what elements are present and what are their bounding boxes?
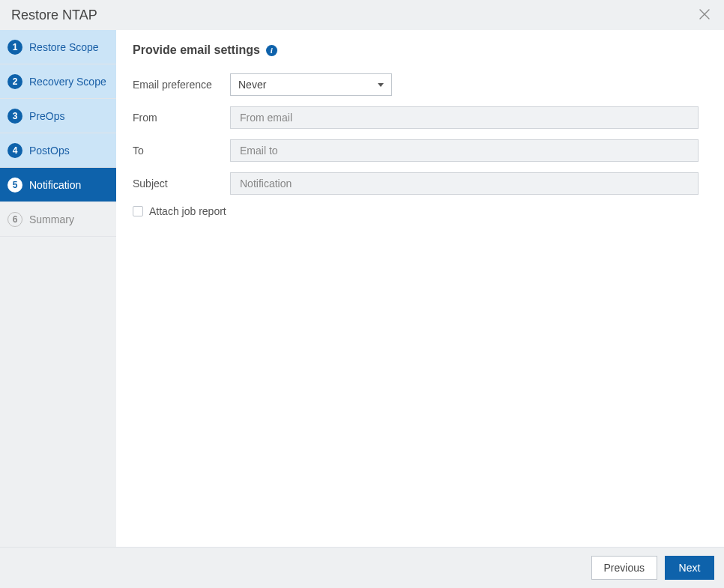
step-label: Recovery Scope (29, 76, 106, 88)
attach-job-report-checkbox[interactable] (133, 206, 143, 216)
page-heading-text: Provide email settings (133, 43, 260, 57)
email-preference-label: Email preference (133, 79, 230, 91)
wizard-sidebar: 1 Restore Scope 2 Recovery Scope 3 PreOp… (0, 30, 116, 547)
step-number: 6 (7, 212, 22, 227)
step-label: PreOps (29, 110, 64, 122)
step-label: Notification (29, 179, 81, 191)
step-label: Summary (29, 213, 74, 225)
row-email-preference: Email preference Never (133, 73, 699, 96)
step-label: PostOps (29, 145, 70, 157)
step-number: 3 (7, 109, 22, 124)
subject-label: Subject (133, 178, 230, 190)
info-icon[interactable]: i (266, 45, 277, 56)
from-label: From (133, 112, 230, 124)
to-input[interactable] (230, 139, 699, 162)
row-subject: Subject (133, 172, 699, 195)
to-label: To (133, 145, 230, 157)
attach-job-report-label: Attach job report (149, 205, 226, 217)
dialog-footer: Previous Next (0, 547, 724, 588)
step-number: 1 (7, 40, 22, 55)
step-number: 5 (7, 178, 22, 193)
select-value: Never (238, 79, 266, 91)
step-recovery-scope[interactable]: 2 Recovery Scope (0, 64, 116, 99)
dialog-title: Restore NTAP (11, 7, 97, 23)
next-button[interactable]: Next (665, 556, 714, 580)
page-heading: Provide email settings i (133, 43, 699, 57)
step-postops[interactable]: 4 PostOps (0, 133, 116, 168)
step-restore-scope[interactable]: 1 Restore Scope (0, 30, 116, 64)
step-label: Restore Scope (29, 41, 99, 53)
dialog-body: 1 Restore Scope 2 Recovery Scope 3 PreOp… (0, 30, 724, 547)
step-summary[interactable]: 6 Summary (0, 202, 116, 237)
previous-button[interactable]: Previous (591, 556, 657, 580)
step-notification[interactable]: 5 Notification (0, 168, 116, 202)
from-input[interactable] (230, 106, 699, 129)
row-to: To (133, 139, 699, 162)
row-from: From (133, 106, 699, 129)
step-number: 2 (7, 74, 22, 89)
chevron-down-icon (378, 83, 384, 87)
step-preops[interactable]: 3 PreOps (0, 99, 116, 133)
titlebar: Restore NTAP (0, 0, 724, 30)
step-number: 4 (7, 143, 22, 158)
email-preference-select[interactable]: Never (230, 73, 392, 96)
row-attach-job-report: Attach job report (133, 205, 699, 217)
main-panel: Provide email settings i Email preferenc… (116, 30, 724, 547)
subject-input[interactable] (230, 172, 699, 195)
close-icon[interactable] (696, 4, 714, 26)
restore-dialog: Restore NTAP 1 Restore Scope 2 Recovery … (0, 0, 724, 588)
